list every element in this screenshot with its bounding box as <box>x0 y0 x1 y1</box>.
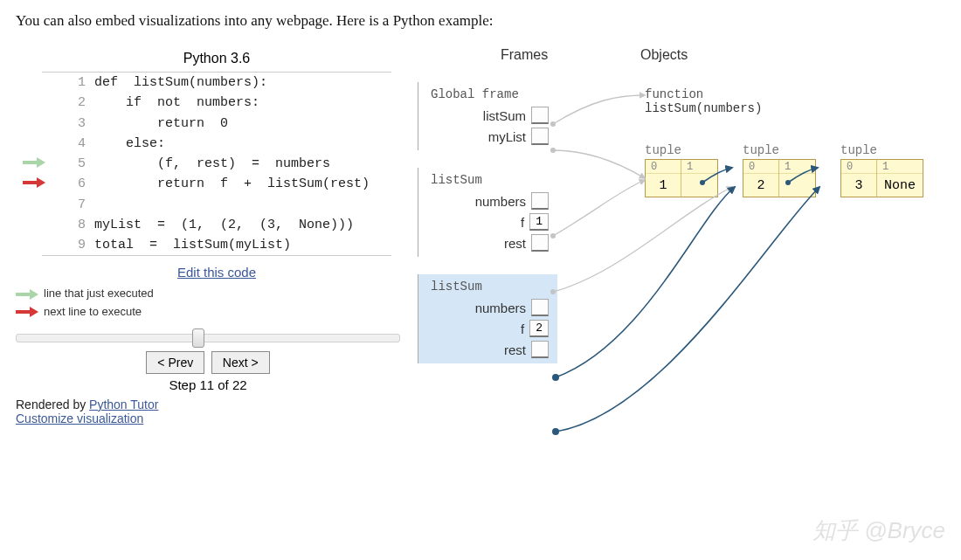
variable-value <box>531 192 549 210</box>
tuple-cell: 1 <box>681 159 718 197</box>
variable-value: 2 <box>529 320 549 337</box>
edit-code-link[interactable]: Edit this code <box>177 265 256 280</box>
code-listing: 1def listSum(numbers):2 if not numbers:3… <box>42 72 391 256</box>
frame-title: Global frame <box>427 87 549 105</box>
tuple-cell: 02 <box>743 159 779 197</box>
python-version-label: Python 3.6 <box>42 47 391 72</box>
legend-just-executed: line that just executed <box>44 285 154 303</box>
next-button[interactable]: Next > <box>211 351 270 374</box>
variable-value: 1 <box>529 213 549 231</box>
tuple-label: tuple <box>840 143 923 157</box>
variable-name: numbers <box>475 301 531 315</box>
frame-box: listSumnumbersf2rest <box>418 274 557 363</box>
code-line: 5 (f, rest) = numbers <box>42 154 391 174</box>
tuple-object: tuple031None <box>840 143 923 197</box>
watermark: 知乎 @Bryce <box>812 515 945 546</box>
step-slider[interactable] <box>16 334 400 342</box>
rendered-by-prefix: Rendered by <box>16 398 89 411</box>
code-line: 6 return f + listSum(rest) <box>42 174 391 194</box>
rendered-by-link[interactable]: Python Tutor <box>89 398 158 411</box>
arrow-just-executed-icon <box>16 288 38 301</box>
tuple-cell: 1 <box>779 159 816 197</box>
variable-name: f <box>521 321 529 336</box>
arrow-just-executed-icon <box>23 156 45 169</box>
prev-button[interactable]: < Prev <box>146 351 204 374</box>
code-line: 2 if not numbers: <box>42 93 391 113</box>
code-line: 4 else: <box>42 134 391 154</box>
svg-point-5 <box>552 428 559 435</box>
code-line: 3 return 0 <box>42 114 391 134</box>
object-type-label: function <box>645 87 762 101</box>
tuple-label: tuple <box>645 143 718 157</box>
code-line: 1def listSum(numbers): <box>42 73 391 93</box>
function-signature: listSum(numbers) <box>645 101 762 115</box>
step-label: Step 11 of 22 <box>16 377 400 392</box>
code-line: 7 <box>42 195 391 215</box>
frame-box: Global framelistSummyList <box>418 82 557 150</box>
intro-text: You can also embed visualizations into a… <box>16 12 945 30</box>
tuple-label: tuple <box>743 143 816 157</box>
variable-value <box>531 299 549 316</box>
tuple-cell: 01 <box>645 159 681 197</box>
frame-title: listSum <box>427 173 549 190</box>
variable-value <box>531 341 549 358</box>
variable-value <box>531 128 549 145</box>
tuple-cell: 1None <box>877 159 923 197</box>
code-line: 8myList = (1, (2, (3, None))) <box>42 215 391 235</box>
variable-name: numbers <box>475 194 531 209</box>
tuple-object: tuple021 <box>743 143 816 197</box>
variable-name: rest <box>504 236 531 251</box>
frames-column-header: Frames <box>501 47 548 63</box>
tuple-cell: 03 <box>840 159 877 197</box>
tuple-object: tuple011 <box>645 143 718 197</box>
variable-name: rest <box>504 342 531 357</box>
variable-value <box>531 234 549 252</box>
arrow-next-line-icon <box>16 306 38 318</box>
code-line: 9total = listSum(myList) <box>42 235 391 255</box>
legend-next-line: next line to execute <box>44 303 142 321</box>
variable-name: listSum <box>483 108 531 123</box>
objects-column-header: Objects <box>640 47 688 63</box>
customize-link[interactable]: Customize visualization <box>16 411 143 425</box>
variable-name: f <box>521 215 529 230</box>
arrow-next-line-icon <box>23 176 45 189</box>
frame-title: listSum <box>427 280 549 297</box>
legend: line that just executed next line to exe… <box>16 285 418 321</box>
frame-box: listSumnumbersf1rest <box>418 168 557 257</box>
variable-name: myList <box>488 129 531 144</box>
variable-value <box>531 107 549 124</box>
step-slider-thumb[interactable] <box>192 328 204 348</box>
